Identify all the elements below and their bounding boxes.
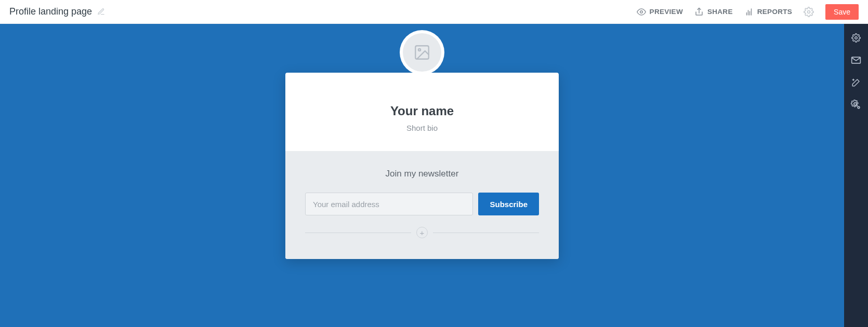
image-placeholder-icon (403, 33, 441, 72)
profile-bio: Short bio (296, 124, 548, 132)
save-button[interactable]: Save (825, 4, 859, 20)
canvas-area: Your name Short bio Join my newsletter S… (0, 24, 844, 327)
email-field[interactable] (305, 193, 473, 215)
topbar-left: Profile landing page (9, 6, 637, 17)
newsletter-form: Subscribe (305, 193, 539, 215)
bar-chart-icon (744, 7, 754, 17)
add-section-row: + (305, 227, 539, 238)
right-rail (844, 24, 868, 327)
page-title: Profile landing page (9, 6, 92, 17)
share-button[interactable]: SHARE (694, 7, 733, 17)
subscribe-button[interactable]: Subscribe (478, 193, 539, 215)
reports-button[interactable]: REPORTS (744, 7, 792, 17)
add-section-button[interactable]: + (416, 227, 428, 238)
eye-icon (637, 7, 646, 17)
profile-card: Your name Short bio Join my newsletter S… (285, 73, 559, 259)
rail-advanced-settings-button[interactable] (851, 100, 861, 110)
divider-right (433, 233, 539, 233)
preview-button[interactable]: PREVIEW (637, 7, 683, 17)
rail-magic-button[interactable] (851, 78, 861, 87)
topbar-right: PREVIEW SHARE REPORTS Save (637, 4, 859, 20)
plus-icon: + (420, 229, 425, 237)
preview-label: PREVIEW (650, 8, 683, 16)
svg-point-0 (640, 10, 642, 13)
svg-point-13 (854, 103, 857, 105)
rail-settings-button[interactable] (851, 33, 861, 43)
pencil-icon[interactable] (97, 8, 105, 16)
profile-name: Your name (296, 104, 548, 118)
reports-label: REPORTS (757, 8, 792, 16)
workspace: Your name Short bio Join my newsletter S… (0, 24, 868, 327)
rail-mail-button[interactable] (851, 55, 861, 65)
card-newsletter-section: Join my newsletter Subscribe + (285, 151, 559, 259)
svg-point-14 (858, 106, 860, 108)
avatar[interactable] (400, 30, 444, 75)
share-label: SHARE (707, 8, 733, 16)
svg-point-9 (855, 37, 858, 39)
svg-point-6 (808, 10, 810, 13)
card-header-section[interactable]: Your name Short bio (285, 73, 559, 151)
share-icon (694, 7, 704, 17)
svg-point-8 (418, 49, 420, 51)
divider-left (305, 233, 411, 233)
newsletter-title: Join my newsletter (305, 169, 539, 179)
gear-icon[interactable] (804, 7, 814, 17)
topbar: Profile landing page PREVIEW SHARE REPOR… (0, 0, 868, 24)
profile-card-wrap: Your name Short bio Join my newsletter S… (285, 52, 559, 259)
